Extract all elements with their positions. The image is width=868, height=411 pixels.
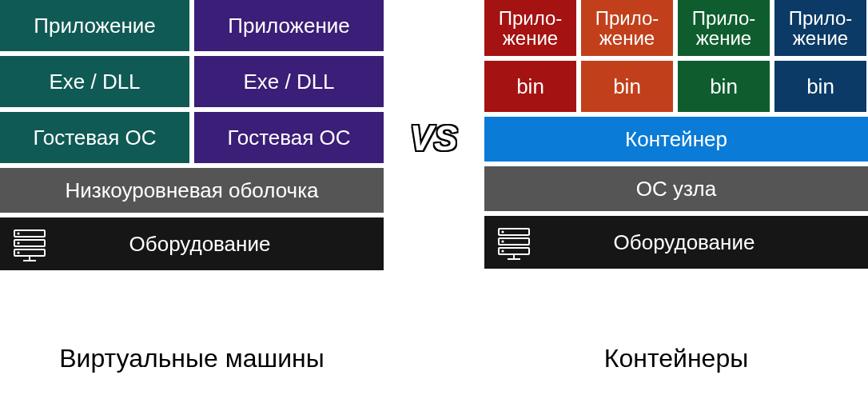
container-block: Контейнер xyxy=(484,117,868,162)
container-bin-row: bin bin bin bin xyxy=(484,61,868,112)
vm-app-row: Приложение Приложение xyxy=(0,0,384,51)
container-app-4: Прило- жение xyxy=(774,0,866,56)
svg-point-12 xyxy=(501,240,504,242)
vm2-app-block: Приложение xyxy=(194,0,384,51)
vm-hardware-block: Оборудование xyxy=(0,217,384,270)
vm-hardware-row: Оборудование xyxy=(0,217,384,270)
vm-title: Виртуальные машины xyxy=(0,344,384,373)
container-hardware-label: Оборудование xyxy=(551,231,865,254)
vm1-app-block: Приложение xyxy=(0,0,189,51)
container-app-3: Прило- жение xyxy=(678,0,770,56)
container-app-1: Прило- жение xyxy=(484,0,576,56)
svg-point-5 xyxy=(17,251,19,253)
vm-bin-row: Exe / DLL Exe / DLL xyxy=(0,56,384,107)
vm-guestos-row: Гостевая ОС Гостевая ОС xyxy=(0,112,384,163)
server-icon xyxy=(11,225,48,262)
svg-point-4 xyxy=(17,241,19,244)
vs-label: VS xyxy=(410,118,459,158)
svg-point-11 xyxy=(501,230,504,233)
container-hardware-row: Оборудование xyxy=(484,216,868,269)
svg-point-3 xyxy=(17,232,19,234)
container-layer-row: Контейнер xyxy=(484,117,868,162)
container-title: Контейнеры xyxy=(484,344,868,373)
vm1-guestos-block: Гостевая ОС xyxy=(0,112,189,163)
container-bin-4: bin xyxy=(774,61,866,112)
vm-hardware-label: Оборудование xyxy=(67,233,380,256)
container-bin-1: bin xyxy=(484,61,576,112)
container-bin-3: bin xyxy=(678,61,770,112)
svg-point-13 xyxy=(501,249,504,252)
hostos-row: ОС узла xyxy=(484,166,868,211)
vm2-bin-block: Exe / DLL xyxy=(194,56,384,107)
container-app-2: Прило- жение xyxy=(581,0,673,56)
diagram-canvas: Приложение Приложение Exe / DLL Exe / DL… xyxy=(0,0,868,411)
vm2-guestos-block: Гостевая ОС xyxy=(194,112,384,163)
container-bin-2: bin xyxy=(581,61,673,112)
server-icon xyxy=(496,224,532,261)
container-hardware-block: Оборудование xyxy=(484,216,868,269)
host-os-block: ОС узла xyxy=(484,166,868,211)
container-side: Прило- жение Прило- жение Прило- жение П… xyxy=(484,0,868,273)
vm-hypervisor-row: Низкоуровневая оболочка xyxy=(0,168,384,213)
vm1-bin-block: Exe / DLL xyxy=(0,56,189,107)
hypervisor-block: Низкоуровневая оболочка xyxy=(0,168,384,213)
vm-side: Приложение Приложение Exe / DLL Exe / DL… xyxy=(0,0,384,275)
container-app-row: Прило- жение Прило- жение Прило- жение П… xyxy=(484,0,868,56)
